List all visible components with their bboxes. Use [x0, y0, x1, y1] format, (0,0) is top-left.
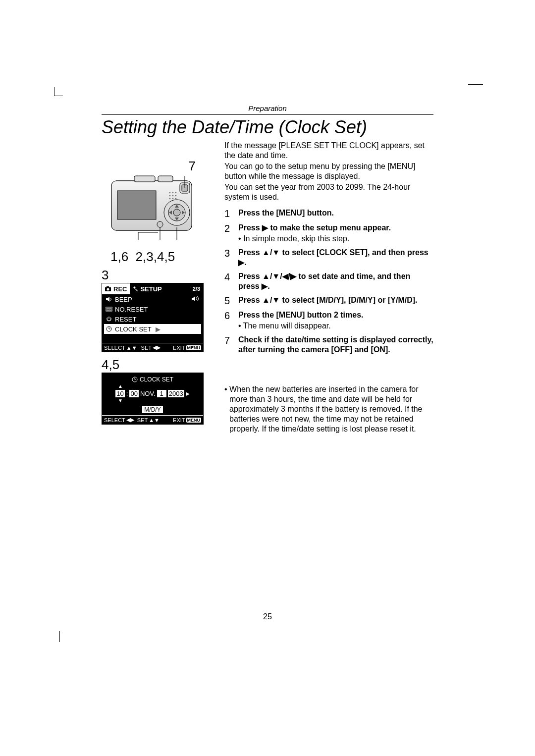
lcd-hint-bar: SELECT▲▼ SET◀▶ EXIT MENU	[102, 343, 203, 352]
svg-point-14	[157, 221, 163, 227]
svg-point-20	[175, 195, 177, 197]
sound-on-icon	[191, 296, 200, 303]
svg-point-31	[107, 288, 109, 290]
svg-point-5	[173, 209, 180, 216]
up-arrow-icon: ▲	[105, 384, 200, 389]
section-label: Preparation	[102, 104, 433, 112]
counter-icon: 000	[105, 307, 113, 312]
step-2-note: In simple mode, skip this step.	[238, 234, 433, 244]
menu-pill: MENU	[186, 345, 202, 350]
battery-note: When the new batteries are inserted in t…	[224, 384, 433, 434]
speaker-icon	[105, 296, 113, 302]
svg-rect-11	[158, 176, 173, 182]
svg-text:000: 000	[106, 308, 112, 311]
svg-point-18	[169, 195, 171, 197]
menu-row-beep: BEEP	[104, 294, 201, 304]
clock-icon	[132, 377, 138, 382]
date-format-box: M/D/Y	[142, 406, 162, 413]
step-4: 4 Press ▲/▼/◀/▶ to set date and time, an…	[224, 271, 433, 291]
reset-icon	[105, 316, 113, 322]
updown-icon: ▲▼	[149, 417, 160, 423]
callout-3: 3	[102, 268, 215, 283]
steps-list: 1 Press the [MENU] button. 2 Press ▶ to …	[224, 208, 433, 355]
svg-point-19	[172, 195, 174, 197]
svg-marker-32	[106, 297, 109, 302]
svg-point-23	[175, 198, 177, 200]
down-arrow-icon: ▼	[105, 398, 200, 403]
svg-rect-2	[117, 191, 156, 219]
step-6: 6 Press the [MENU] button 2 times. The m…	[224, 310, 433, 331]
crop-mark	[468, 84, 483, 85]
step-5: 5 Press ▲/▼ to select [M/D/Y], [D/M/Y] o…	[224, 295, 433, 306]
svg-rect-10	[134, 176, 155, 182]
svg-point-16	[172, 192, 174, 194]
svg-point-22	[172, 198, 174, 200]
tab-rec: REC	[102, 283, 130, 294]
lcd-setup-screen: REC SETUP 2/3 BEEP	[102, 283, 204, 352]
chevron-right-icon: ▶	[186, 391, 190, 396]
menu-row-no-reset: 000 NO.RESET	[104, 304, 201, 314]
updown-icon: ▲▼	[126, 345, 137, 351]
clock-icon	[105, 326, 113, 332]
divider	[102, 114, 433, 115]
svg-point-17	[175, 192, 177, 194]
callouts-row: 1,6 2,3,4,5	[102, 249, 215, 265]
step-6-note: The menu will disappear.	[238, 321, 433, 331]
menu-row-reset: RESET	[104, 314, 201, 324]
clock-date-line: 10:00 NOV. 1 2003 ▶	[105, 390, 200, 397]
intro-text: If the message [PLEASE SET THE CLOCK] ap…	[224, 141, 433, 202]
camera-icon	[105, 286, 112, 292]
menu-row-clock-set: CLOCK SET ▶	[104, 324, 201, 334]
tab-setup: SETUP 2/3	[130, 285, 203, 293]
step-3: 3 Press ▲/▼ to select [CLOCK SET], and t…	[224, 248, 433, 268]
clockset-title: CLOCK SET	[105, 376, 200, 383]
callout-45: 4,5	[102, 357, 215, 373]
step-2: 2 Press ▶ to make the setup menu appear.…	[224, 223, 433, 244]
camera-illustration	[102, 171, 206, 247]
page-number: 25	[0, 612, 535, 621]
svg-rect-30	[107, 286, 109, 288]
leftright-icon: ◀▶	[126, 417, 134, 423]
menu-pill: MENU	[186, 418, 202, 423]
step-7: 7 Check if the date/time setting is disp…	[224, 335, 433, 355]
lcd-hint-bar: SELECT◀▶ SET▲▼ EXIT MENU	[102, 415, 203, 424]
leftright-icon: ◀▶	[153, 344, 160, 351]
chevron-right-icon: ▶	[156, 325, 160, 333]
page-title: Setting the Date/Time (Clock Set)	[102, 117, 433, 138]
svg-point-15	[169, 192, 171, 194]
svg-point-21	[169, 198, 171, 200]
crop-mark	[54, 87, 63, 96]
step-1: 1 Press the [MENU] button.	[224, 208, 433, 219]
svg-marker-33	[192, 296, 195, 301]
lcd-clockset-screen: CLOCK SET ▲ 10:00 NOV. 1 2003 ▶ ▼ M/D/Y …	[102, 373, 204, 425]
crop-mark	[59, 631, 60, 642]
wrench-icon	[133, 286, 139, 292]
